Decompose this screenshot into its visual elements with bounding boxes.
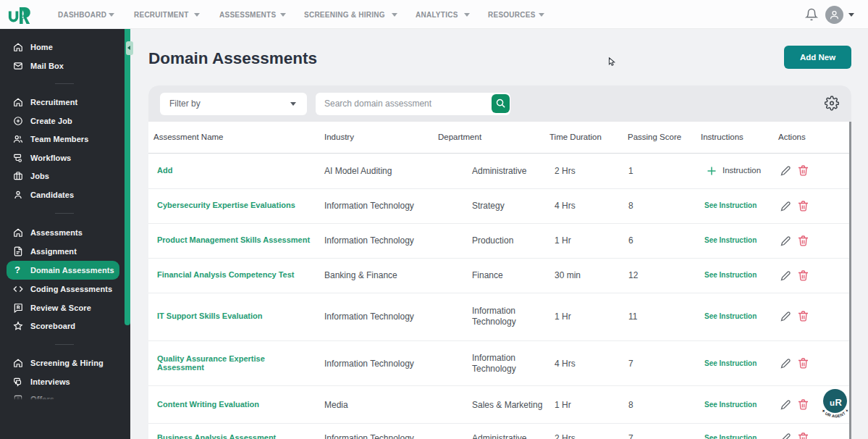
svg-text:u: u bbox=[830, 398, 835, 407]
svg-text:R: R bbox=[835, 397, 843, 408]
